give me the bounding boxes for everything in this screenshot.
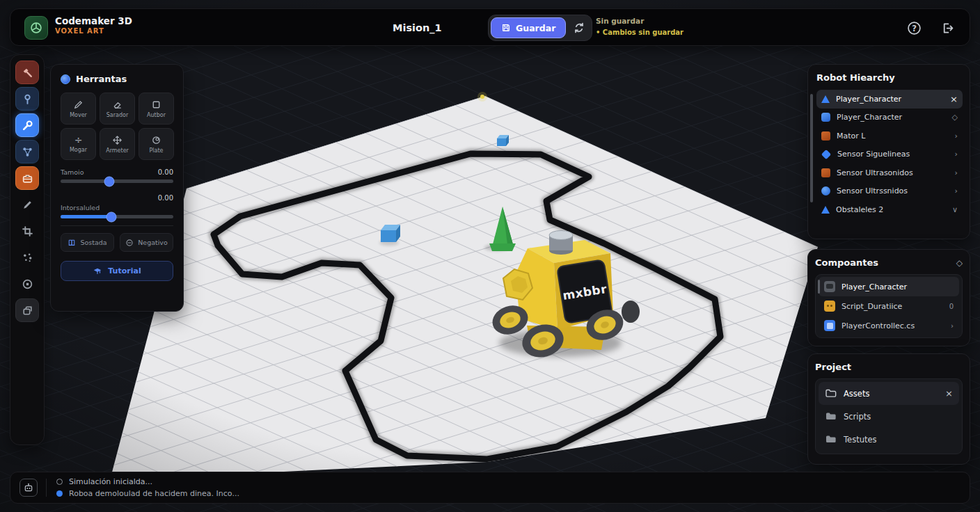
size-slider-row: Tamoio 0.00 — [61, 168, 173, 183]
diamond-icon[interactable]: ◇ — [952, 113, 958, 122]
chevron-right-icon[interactable]: › — [955, 168, 958, 177]
sync-button[interactable] — [569, 17, 590, 38]
console-message: Simulación inicialda... — [69, 477, 152, 486]
console-bar: Simulación inicialda... Roboa demoloulad… — [10, 472, 970, 504]
scatter-tool-button[interactable] — [15, 246, 39, 269]
left-toolbar — [10, 54, 45, 445]
slider-value: 0.00 — [61, 194, 173, 202]
tool-button-plate[interactable]: Plate — [139, 128, 174, 160]
hierarchy-item-label: Obstaleles 2 — [836, 205, 946, 214]
crop-tool-button[interactable] — [15, 219, 39, 243]
triangle-icon — [821, 206, 830, 214]
minus-circle-icon — [125, 239, 134, 247]
lock-icon[interactable]: 0 — [949, 303, 954, 310]
triangle-icon — [821, 95, 830, 103]
hierarchy-scrollbar[interactable] — [810, 94, 813, 202]
package-tool-button[interactable] — [15, 166, 39, 190]
close-icon[interactable]: × — [950, 94, 958, 104]
negative-mode-button[interactable]: Negativo — [120, 233, 173, 252]
circle-icon — [151, 135, 161, 145]
sync-icon — [574, 22, 585, 33]
wrench-tool-button[interactable] — [15, 113, 39, 137]
nodes-icon — [22, 146, 33, 158]
tool-button-pencil[interactable]: Mover — [61, 93, 96, 125]
save-button[interactable]: Guardar — [491, 17, 566, 38]
slider-thumb[interactable] — [106, 211, 116, 222]
file-icon — [824, 320, 835, 331]
chevron-right-icon[interactable]: › — [955, 131, 958, 141]
intensity-slider[interactable] — [61, 215, 173, 218]
hierarchy-item-obstacles-2[interactable]: Obstaleles 2 ∨ — [816, 200, 963, 219]
console-robot-button[interactable] — [19, 479, 38, 497]
save-button-label: Guardar — [516, 23, 555, 33]
divider — [61, 225, 173, 226]
yellow-speck — [477, 92, 487, 102]
hammer-tool-button[interactable] — [15, 61, 39, 84]
tutorial-button[interactable]: Tutorial — [61, 261, 173, 281]
project-panel: Project Assets × Scripts Testute — [807, 353, 970, 465]
chevron-right-icon[interactable]: › — [955, 150, 958, 159]
saved-mode-button[interactable]: Sostada — [61, 233, 114, 252]
logout-button[interactable] — [940, 20, 955, 35]
tool-button-move[interactable]: Armeter — [100, 128, 135, 160]
diamond-sensor-icon — [821, 150, 831, 159]
app-logo[interactable] — [24, 16, 48, 40]
pencil-icon — [22, 199, 33, 211]
move-arrows-icon — [112, 135, 122, 145]
tool-button-label: Armeter — [106, 147, 129, 154]
hierarchy-item-label: Sensor Ultrasonidos — [837, 168, 949, 177]
tool-button-square[interactable]: Autbor — [139, 93, 174, 125]
divide-icon: ÷ — [74, 135, 83, 145]
project-item-testutes[interactable]: Testutes — [819, 428, 959, 451]
robot-wheel-hidden — [622, 301, 640, 323]
diamond-icon[interactable]: ◇ — [956, 258, 963, 268]
console-line: Simulación inicialda... — [56, 477, 239, 486]
mission-title: Mision_1 — [393, 9, 442, 47]
blue-cube-far[interactable] — [497, 135, 509, 146]
components-panel: Compoantes ◇ Player_Character Script_Dur… — [807, 249, 970, 346]
script-icon — [824, 301, 835, 312]
component-item-player-character[interactable]: Player_Character — [819, 277, 959, 296]
nodes-tool-button[interactable] — [15, 140, 39, 163]
project-item-assets[interactable]: Assets × — [819, 382, 959, 405]
hierarchy-item-sensor-siguelineas[interactable]: Sensor Siguelineas › — [816, 145, 963, 164]
screen-icon — [824, 281, 835, 292]
project-list: Assets × Scripts Testutes — [815, 378, 963, 454]
hierarchy-item-label: Player_Character — [837, 113, 946, 122]
hierarchy-item-sensor-ultrasonidos[interactable]: Sensor Ultrasonidos › — [816, 163, 963, 182]
circle-sensor-icon — [821, 186, 830, 195]
chevron-down-icon[interactable]: ∨ — [952, 205, 958, 214]
tool-button-divide[interactable]: ÷ Mogar — [61, 128, 96, 160]
app-window: mxbbr — [0, 0, 980, 512]
pencil-tool-button[interactable] — [15, 193, 39, 216]
hierarchy-list: Player_Character × Player_Character ◇ Ma… — [816, 90, 963, 219]
tools-panel-title: Herrantas — [76, 74, 127, 84]
size-slider[interactable] — [61, 179, 173, 183]
layers-tool-button[interactable] — [15, 298, 39, 322]
hierarchy-item-label: Sensor Siguelineas — [837, 150, 949, 159]
logout-icon — [940, 21, 955, 35]
component-item-script-duratiice[interactable]: Script_Duratiice 0 — [819, 296, 959, 316]
open-script-icon[interactable]: › — [951, 322, 954, 330]
divider — [46, 479, 47, 497]
chevron-right-icon[interactable]: › — [955, 186, 958, 195]
pin-tool-button[interactable] — [15, 87, 39, 111]
help-button[interactable]: ? — [906, 20, 922, 35]
app-subtitle: VOXEL ART — [55, 27, 132, 36]
record-tool-button[interactable] — [15, 272, 39, 296]
tool-button-label: Autbor — [147, 112, 166, 118]
hierarchy-item-label: Player_Character — [836, 95, 944, 104]
saved-mode-label: Sostada — [80, 239, 106, 246]
project-item-scripts[interactable]: Scripts — [819, 405, 959, 428]
tool-button-eraser[interactable]: Sarador — [100, 93, 135, 125]
hierarchy-item-sensor-ultrasonidos-2[interactable]: Sensor Ultrssnidos › — [816, 182, 963, 201]
slider-thumb[interactable] — [104, 176, 114, 186]
console-line: Roboa demoloulad de hacidem dinea. Inco.… — [56, 489, 239, 498]
components-panel-title: Compoantes — [815, 257, 878, 268]
close-icon[interactable]: × — [945, 388, 953, 399]
hierarchy-item-player-character-2[interactable]: Player_Character ◇ — [816, 109, 963, 127]
hierarchy-item-motor-l[interactable]: Mator L › — [816, 127, 963, 145]
component-item-playercontroller[interactable]: PlayerControllec.cs › — [819, 316, 959, 335]
hierarchy-item-player-character[interactable]: Player_Character × — [816, 90, 963, 109]
hierarchy-item-label: Sensor Ultrssnidos — [837, 186, 949, 195]
